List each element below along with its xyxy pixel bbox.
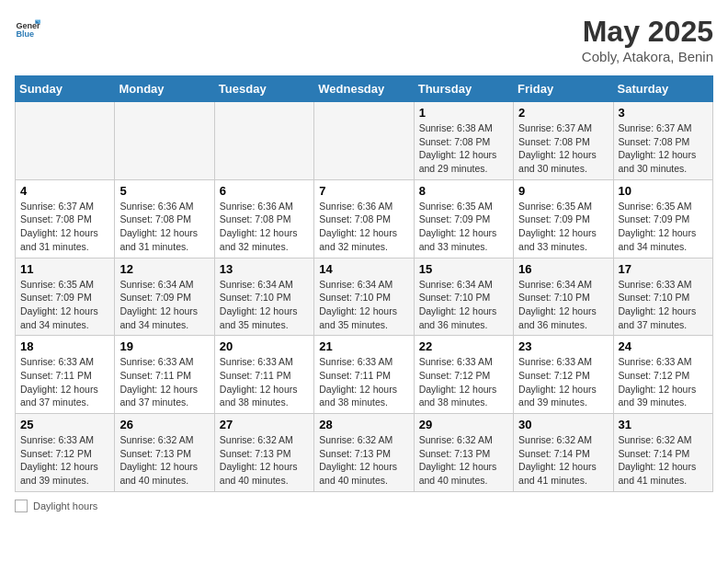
day-info: Sunrise: 6:33 AM Sunset: 7:11 PM Dayligh… bbox=[20, 355, 109, 409]
calendar-cell: 1Sunrise: 6:38 AM Sunset: 7:08 PM Daylig… bbox=[414, 102, 513, 180]
calendar-cell: 17Sunrise: 6:33 AM Sunset: 7:10 PM Dayli… bbox=[613, 258, 712, 336]
day-number: 25 bbox=[20, 418, 109, 431]
day-info: Sunrise: 6:35 AM Sunset: 7:09 PM Dayligh… bbox=[518, 200, 608, 254]
day-number: 21 bbox=[319, 339, 408, 353]
logo-icon: General Blue bbox=[15, 15, 40, 40]
calendar-cell: 29Sunrise: 6:32 AM Sunset: 7:13 PM Dayli… bbox=[414, 414, 513, 492]
day-info: Sunrise: 6:36 AM Sunset: 7:08 PM Dayligh… bbox=[119, 200, 209, 254]
day-number: 18 bbox=[20, 339, 109, 353]
day-number: 7 bbox=[319, 184, 408, 198]
day-info: Sunrise: 6:32 AM Sunset: 7:14 PM Dayligh… bbox=[619, 433, 708, 488]
calendar-cell: 30Sunrise: 6:32 AM Sunset: 7:14 PM Dayli… bbox=[514, 414, 613, 492]
day-info: Sunrise: 6:36 AM Sunset: 7:08 PM Dayligh… bbox=[220, 200, 309, 254]
day-info: Sunrise: 6:34 AM Sunset: 7:10 PM Dayligh… bbox=[319, 278, 408, 332]
day-number: 11 bbox=[20, 262, 109, 276]
calendar-cell: 23Sunrise: 6:33 AM Sunset: 7:12 PM Dayli… bbox=[514, 336, 613, 414]
week-row-5: 25Sunrise: 6:33 AM Sunset: 7:12 PM Dayli… bbox=[16, 414, 713, 492]
day-info: Sunrise: 6:33 AM Sunset: 7:12 PM Dayligh… bbox=[619, 355, 708, 409]
calendar-cell bbox=[16, 102, 115, 180]
page-header: General Blue May 2025 Cobly, Atakora, Be… bbox=[15, 15, 713, 64]
calendar-cell: 24Sunrise: 6:33 AM Sunset: 7:12 PM Dayli… bbox=[613, 336, 712, 414]
title-area: May 2025 Cobly, Atakora, Benin bbox=[582, 15, 713, 64]
week-row-4: 18Sunrise: 6:33 AM Sunset: 7:11 PM Dayli… bbox=[16, 336, 713, 414]
week-row-1: 1Sunrise: 6:38 AM Sunset: 7:08 PM Daylig… bbox=[16, 102, 713, 180]
calendar-cell: 16Sunrise: 6:34 AM Sunset: 7:10 PM Dayli… bbox=[514, 258, 613, 336]
calendar-cell: 12Sunrise: 6:34 AM Sunset: 7:09 PM Dayli… bbox=[115, 258, 214, 336]
footer: Daylight hours bbox=[15, 500, 713, 512]
calendar-cell bbox=[314, 102, 414, 180]
day-number: 16 bbox=[518, 262, 608, 276]
day-number: 31 bbox=[619, 418, 708, 431]
day-number: 22 bbox=[419, 339, 508, 353]
calendar-cell: 15Sunrise: 6:34 AM Sunset: 7:10 PM Dayli… bbox=[414, 258, 513, 336]
page-title: May 2025 bbox=[582, 15, 713, 49]
week-row-3: 11Sunrise: 6:35 AM Sunset: 7:09 PM Dayli… bbox=[16, 258, 713, 336]
calendar-cell: 7Sunrise: 6:36 AM Sunset: 7:08 PM Daylig… bbox=[314, 179, 414, 258]
calendar-cell: 14Sunrise: 6:34 AM Sunset: 7:10 PM Dayli… bbox=[314, 258, 414, 336]
day-info: Sunrise: 6:33 AM Sunset: 7:11 PM Dayligh… bbox=[119, 355, 209, 409]
calendar-cell: 10Sunrise: 6:35 AM Sunset: 7:09 PM Dayli… bbox=[613, 179, 712, 258]
footer-label: Daylight hours bbox=[33, 500, 97, 511]
day-number: 27 bbox=[220, 418, 309, 431]
day-info: Sunrise: 6:37 AM Sunset: 7:08 PM Dayligh… bbox=[619, 121, 708, 176]
day-info: Sunrise: 6:35 AM Sunset: 7:09 PM Dayligh… bbox=[20, 278, 109, 332]
day-info: Sunrise: 6:33 AM Sunset: 7:12 PM Dayligh… bbox=[20, 433, 109, 488]
day-info: Sunrise: 6:34 AM Sunset: 7:09 PM Dayligh… bbox=[119, 278, 209, 332]
day-info: Sunrise: 6:35 AM Sunset: 7:09 PM Dayligh… bbox=[619, 200, 708, 254]
day-number: 10 bbox=[619, 184, 708, 198]
header-friday: Friday bbox=[514, 76, 613, 102]
day-number: 20 bbox=[220, 339, 309, 353]
day-info: Sunrise: 6:34 AM Sunset: 7:10 PM Dayligh… bbox=[220, 278, 309, 332]
header-saturday: Saturday bbox=[613, 76, 712, 102]
day-number: 12 bbox=[119, 262, 209, 276]
calendar-cell: 2Sunrise: 6:37 AM Sunset: 7:08 PM Daylig… bbox=[514, 102, 613, 180]
day-number: 2 bbox=[518, 106, 608, 120]
day-info: Sunrise: 6:32 AM Sunset: 7:14 PM Dayligh… bbox=[518, 433, 608, 488]
day-number: 13 bbox=[220, 262, 309, 276]
day-number: 5 bbox=[119, 184, 209, 198]
day-number: 8 bbox=[419, 184, 508, 198]
week-row-2: 4Sunrise: 6:37 AM Sunset: 7:08 PM Daylig… bbox=[16, 179, 713, 258]
day-info: Sunrise: 6:33 AM Sunset: 7:12 PM Dayligh… bbox=[419, 355, 508, 409]
day-info: Sunrise: 6:35 AM Sunset: 7:09 PM Dayligh… bbox=[419, 200, 508, 254]
day-number: 29 bbox=[419, 418, 508, 431]
day-info: Sunrise: 6:32 AM Sunset: 7:13 PM Dayligh… bbox=[220, 433, 309, 488]
day-number: 9 bbox=[518, 184, 608, 198]
header-tuesday: Tuesday bbox=[214, 76, 313, 102]
calendar-cell bbox=[214, 102, 313, 180]
day-info: Sunrise: 6:34 AM Sunset: 7:10 PM Dayligh… bbox=[419, 278, 508, 332]
calendar-cell: 3Sunrise: 6:37 AM Sunset: 7:08 PM Daylig… bbox=[613, 102, 712, 180]
day-number: 28 bbox=[319, 418, 408, 431]
day-info: Sunrise: 6:33 AM Sunset: 7:12 PM Dayligh… bbox=[518, 355, 608, 409]
day-info: Sunrise: 6:33 AM Sunset: 7:11 PM Dayligh… bbox=[220, 355, 309, 409]
calendar-cell: 8Sunrise: 6:35 AM Sunset: 7:09 PM Daylig… bbox=[414, 179, 513, 258]
svg-text:Blue: Blue bbox=[16, 29, 34, 39]
day-info: Sunrise: 6:32 AM Sunset: 7:13 PM Dayligh… bbox=[419, 433, 508, 488]
calendar-cell bbox=[115, 102, 214, 180]
calendar-cell: 28Sunrise: 6:32 AM Sunset: 7:13 PM Dayli… bbox=[314, 414, 414, 492]
day-info: Sunrise: 6:37 AM Sunset: 7:08 PM Dayligh… bbox=[20, 200, 109, 254]
day-number: 26 bbox=[119, 418, 209, 431]
day-number: 1 bbox=[419, 106, 508, 120]
day-number: 30 bbox=[518, 418, 608, 431]
header-sunday: Sunday bbox=[16, 76, 115, 102]
calendar-cell: 18Sunrise: 6:33 AM Sunset: 7:11 PM Dayli… bbox=[16, 336, 115, 414]
calendar-cell: 5Sunrise: 6:36 AM Sunset: 7:08 PM Daylig… bbox=[115, 179, 214, 258]
header-thursday: Thursday bbox=[414, 76, 513, 102]
calendar-cell: 26Sunrise: 6:32 AM Sunset: 7:13 PM Dayli… bbox=[115, 414, 214, 492]
calendar-cell: 19Sunrise: 6:33 AM Sunset: 7:11 PM Dayli… bbox=[115, 336, 214, 414]
calendar-cell: 6Sunrise: 6:36 AM Sunset: 7:08 PM Daylig… bbox=[214, 179, 313, 258]
day-number: 24 bbox=[619, 339, 708, 353]
day-info: Sunrise: 6:33 AM Sunset: 7:10 PM Dayligh… bbox=[619, 278, 708, 332]
calendar-cell: 11Sunrise: 6:35 AM Sunset: 7:09 PM Dayli… bbox=[16, 258, 115, 336]
calendar-cell: 4Sunrise: 6:37 AM Sunset: 7:08 PM Daylig… bbox=[16, 179, 115, 258]
day-number: 23 bbox=[518, 339, 608, 353]
day-info: Sunrise: 6:37 AM Sunset: 7:08 PM Dayligh… bbox=[518, 121, 608, 176]
header-wednesday: Wednesday bbox=[314, 76, 414, 102]
day-info: Sunrise: 6:38 AM Sunset: 7:08 PM Dayligh… bbox=[419, 121, 508, 176]
calendar-table: SundayMondayTuesdayWednesdayThursdayFrid… bbox=[15, 75, 713, 492]
day-info: Sunrise: 6:34 AM Sunset: 7:10 PM Dayligh… bbox=[518, 278, 608, 332]
day-number: 3 bbox=[619, 106, 708, 120]
calendar-cell: 22Sunrise: 6:33 AM Sunset: 7:12 PM Dayli… bbox=[414, 336, 513, 414]
day-number: 6 bbox=[220, 184, 309, 198]
